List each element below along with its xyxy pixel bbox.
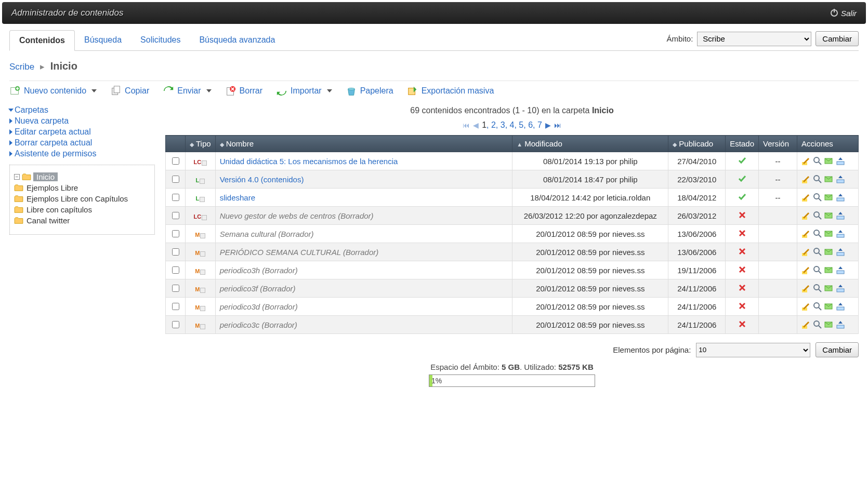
- tree-item[interactable]: Libre con capítulos: [14, 205, 150, 214]
- content-link[interactable]: slideshare: [220, 193, 255, 202]
- preview-icon[interactable]: [813, 156, 822, 166]
- chevron-down-icon: [206, 89, 212, 92]
- tree-item[interactable]: Ejemplos Libre con Capítulos: [14, 194, 150, 203]
- row-checkbox[interactable]: [172, 194, 179, 201]
- import-button[interactable]: Importar: [276, 85, 332, 97]
- edit-icon[interactable]: [801, 284, 811, 293]
- edit-icon[interactable]: [801, 265, 811, 275]
- send-icon[interactable]: [824, 175, 834, 184]
- new-folder-link[interactable]: Nueva carpeta: [9, 116, 155, 126]
- row-checkbox[interactable]: [172, 212, 179, 219]
- col-tipo[interactable]: ◆Tipo: [186, 136, 216, 152]
- trash-icon: [346, 85, 357, 97]
- upload-icon[interactable]: [836, 284, 845, 293]
- upload-icon[interactable]: [836, 156, 845, 166]
- per-page: Elementos por página: 10 Cambiar: [165, 342, 859, 357]
- preview-icon[interactable]: [813, 229, 822, 238]
- col-nombre[interactable]: ◆Nombre: [215, 136, 512, 152]
- page-3[interactable]: 3: [501, 120, 505, 129]
- upload-icon[interactable]: [836, 211, 845, 220]
- collapse-icon[interactable]: −: [14, 174, 20, 180]
- scope-change-button[interactable]: Cambiar: [816, 31, 859, 46]
- upload-icon[interactable]: [836, 229, 845, 238]
- row-checkbox[interactable]: [172, 321, 179, 328]
- send-icon[interactable]: [824, 284, 834, 293]
- tree-root[interactable]: − Inicio: [14, 172, 150, 181]
- delete-folder-link[interactable]: Borrar carpeta actual: [9, 138, 155, 148]
- row-checkbox[interactable]: [172, 176, 179, 183]
- tab-busqueda-avanzada[interactable]: Búsqueda avanzada: [190, 30, 284, 50]
- upload-icon[interactable]: [836, 265, 845, 275]
- edit-folder-link[interactable]: Editar carpeta actual: [9, 127, 155, 137]
- scope-select[interactable]: Scribe: [697, 32, 811, 46]
- page-1[interactable]: 1: [482, 120, 486, 129]
- edit-icon[interactable]: [801, 175, 811, 184]
- page-2[interactable]: 2: [491, 120, 496, 129]
- row-checkbox[interactable]: [172, 285, 179, 292]
- new-content-button[interactable]: Nuevo contenido: [9, 85, 97, 97]
- edit-icon[interactable]: [801, 247, 811, 257]
- delete-button[interactable]: Borrar: [225, 85, 262, 97]
- edit-icon[interactable]: [801, 229, 811, 238]
- tree-item[interactable]: Ejemplos Libre: [14, 183, 150, 192]
- mass-export-button[interactable]: Exportación masiva: [407, 85, 494, 97]
- upload-icon[interactable]: [836, 320, 845, 329]
- row-checkbox[interactable]: [172, 230, 179, 237]
- per-page-select[interactable]: 10: [696, 343, 810, 357]
- page-first-icon[interactable]: ⏮: [463, 121, 470, 129]
- power-icon: [831, 9, 838, 17]
- col-modificado[interactable]: ▲Modificado: [512, 136, 668, 152]
- send-icon[interactable]: [824, 211, 834, 220]
- row-checkbox[interactable]: [172, 266, 179, 274]
- send-icon[interactable]: [824, 193, 834, 202]
- row-checkbox[interactable]: [172, 303, 179, 310]
- col-checkbox[interactable]: [166, 136, 186, 152]
- content-link[interactable]: Versión 4.0 (contenidos): [220, 175, 304, 184]
- per-page-change-button[interactable]: Cambiar: [816, 342, 859, 357]
- page-next-icon[interactable]: ▶: [545, 121, 551, 129]
- col-publicado[interactable]: ◆Publicado: [668, 136, 726, 152]
- send-icon[interactable]: [824, 156, 834, 166]
- preview-icon[interactable]: [813, 320, 822, 329]
- permissions-link[interactable]: Asistente de permisos: [9, 149, 155, 158]
- tab-contenidos[interactable]: Contenidos: [9, 30, 75, 51]
- preview-icon[interactable]: [813, 284, 822, 293]
- preview-icon[interactable]: [813, 247, 822, 257]
- send-icon[interactable]: [824, 320, 834, 329]
- row-checkbox[interactable]: [172, 157, 179, 165]
- send-icon[interactable]: [824, 229, 834, 238]
- preview-icon[interactable]: [813, 175, 822, 184]
- tab-solicitudes[interactable]: Solicitudes: [131, 30, 190, 50]
- preview-icon[interactable]: [813, 302, 822, 311]
- edit-icon[interactable]: [801, 320, 811, 329]
- breadcrumb-root[interactable]: Scribe: [9, 62, 34, 72]
- edit-icon[interactable]: [801, 156, 811, 166]
- tree-item[interactable]: Canal twitter: [14, 216, 150, 225]
- upload-icon[interactable]: [836, 175, 845, 184]
- edit-icon[interactable]: [801, 193, 811, 202]
- logout-button[interactable]: Salir: [831, 9, 857, 18]
- send-icon[interactable]: [824, 265, 834, 275]
- page-7[interactable]: 7: [537, 120, 542, 129]
- send-icon[interactable]: [824, 302, 834, 311]
- edit-icon[interactable]: [801, 302, 811, 311]
- page-6[interactable]: 6: [528, 120, 533, 129]
- send-icon[interactable]: [824, 247, 834, 257]
- tab-busqueda[interactable]: Búsqueda: [75, 30, 131, 50]
- page-last-icon[interactable]: ⏭: [554, 121, 561, 129]
- upload-icon[interactable]: [836, 302, 845, 311]
- preview-icon[interactable]: [813, 265, 822, 275]
- upload-icon[interactable]: [836, 247, 845, 257]
- copy-button[interactable]: Copiar: [110, 85, 149, 97]
- content-link[interactable]: Unidad didáctica 5: Los mecanismos de la…: [220, 157, 398, 166]
- page-5[interactable]: 5: [519, 120, 523, 129]
- edit-icon[interactable]: [801, 211, 811, 220]
- trash-button[interactable]: Papelera: [346, 85, 393, 97]
- row-checkbox[interactable]: [172, 248, 179, 256]
- folders-link[interactable]: Carpetas: [9, 105, 155, 115]
- upload-icon[interactable]: [836, 193, 845, 202]
- preview-icon[interactable]: [813, 211, 822, 220]
- preview-icon[interactable]: [813, 193, 822, 202]
- send-button[interactable]: Enviar: [163, 85, 211, 97]
- page-prev-icon[interactable]: ◀: [473, 121, 479, 129]
